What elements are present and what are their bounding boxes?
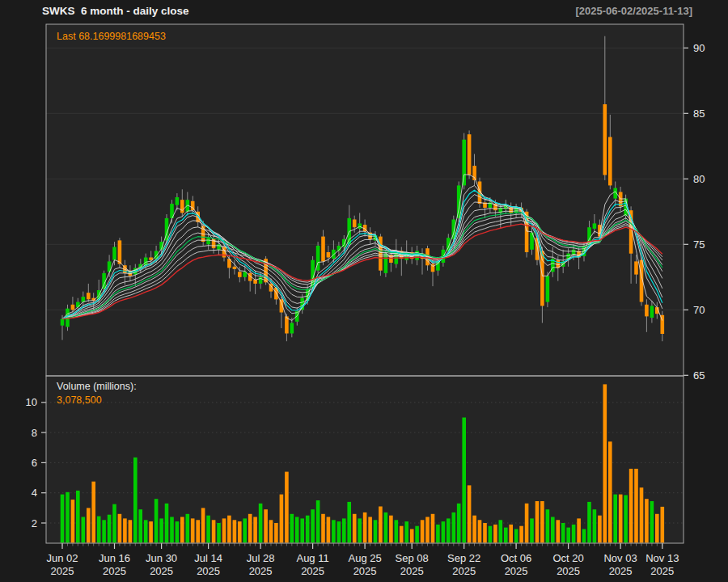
svg-text:70: 70 bbox=[693, 304, 705, 316]
page-title: SWKS 6 month - daily close bbox=[42, 6, 189, 18]
last-price-label: Last bbox=[57, 31, 76, 42]
svg-text:85: 85 bbox=[693, 108, 705, 120]
last-price-value: 68.1699981689453 bbox=[78, 31, 166, 42]
svg-text:75: 75 bbox=[693, 238, 705, 251]
svg-text:Jul 14: Jul 14 bbox=[194, 552, 222, 564]
svg-text:2025: 2025 bbox=[197, 565, 220, 577]
svg-text:6: 6 bbox=[32, 457, 37, 469]
x-axis: Jun 022025Jun 162025Jun 302025Jul 142025… bbox=[46, 543, 679, 577]
svg-text:2025: 2025 bbox=[301, 565, 324, 577]
main-chart-panel bbox=[46, 24, 684, 376]
svg-text:Jun 02: Jun 02 bbox=[46, 552, 78, 564]
svg-text:2025: 2025 bbox=[400, 565, 424, 577]
svg-text:2025: 2025 bbox=[51, 565, 74, 577]
svg-text:Aug 11: Aug 11 bbox=[296, 552, 328, 564]
svg-text:2025: 2025 bbox=[353, 565, 377, 577]
svg-text:4: 4 bbox=[32, 487, 37, 499]
svg-text:2025: 2025 bbox=[505, 565, 528, 577]
svg-text:Oct 06: Oct 06 bbox=[501, 552, 531, 564]
stock-chart-canvas: 908580757065108642Jun 022025Jun 162025Ju… bbox=[0, 0, 728, 582]
svg-text:Jul 28: Jul 28 bbox=[247, 552, 275, 564]
svg-text:2025: 2025 bbox=[103, 565, 126, 577]
volume-legend-value: 3,078,500 bbox=[57, 395, 102, 407]
svg-text:2025: 2025 bbox=[249, 565, 273, 577]
svg-text:2025: 2025 bbox=[150, 565, 173, 577]
svg-text:Jun 16: Jun 16 bbox=[99, 552, 130, 564]
svg-text:2025: 2025 bbox=[650, 565, 674, 577]
price-axis: 908580757065 bbox=[684, 42, 705, 382]
stock-chart-window: 908580757065108642Jun 022025Jun 162025Ju… bbox=[0, 0, 728, 582]
volume-legend-label: Volume (millions): bbox=[57, 382, 137, 393]
svg-text:Aug 25: Aug 25 bbox=[348, 552, 381, 564]
svg-text:2025: 2025 bbox=[609, 565, 633, 577]
volume-axis: 108642 bbox=[26, 396, 46, 529]
svg-text:90: 90 bbox=[693, 42, 705, 54]
svg-text:2025: 2025 bbox=[452, 565, 476, 577]
svg-text:Nov 13: Nov 13 bbox=[645, 552, 679, 564]
svg-text:10: 10 bbox=[26, 396, 37, 408]
svg-text:Nov 03: Nov 03 bbox=[603, 552, 637, 564]
svg-text:2025: 2025 bbox=[557, 565, 580, 577]
svg-text:80: 80 bbox=[693, 173, 705, 185]
date-range-label: [2025-06-02/2025-11-13] bbox=[575, 6, 692, 17]
last-price-legend: Last 68.1699981689453 bbox=[57, 32, 166, 43]
svg-text:8: 8 bbox=[32, 427, 37, 439]
svg-text:Sep 22: Sep 22 bbox=[447, 552, 480, 564]
svg-text:65: 65 bbox=[693, 369, 705, 382]
svg-text:2: 2 bbox=[32, 517, 37, 529]
svg-text:Oct 20: Oct 20 bbox=[552, 552, 583, 564]
svg-text:Sep 08: Sep 08 bbox=[396, 552, 429, 564]
svg-text:Jun 30: Jun 30 bbox=[146, 552, 177, 564]
